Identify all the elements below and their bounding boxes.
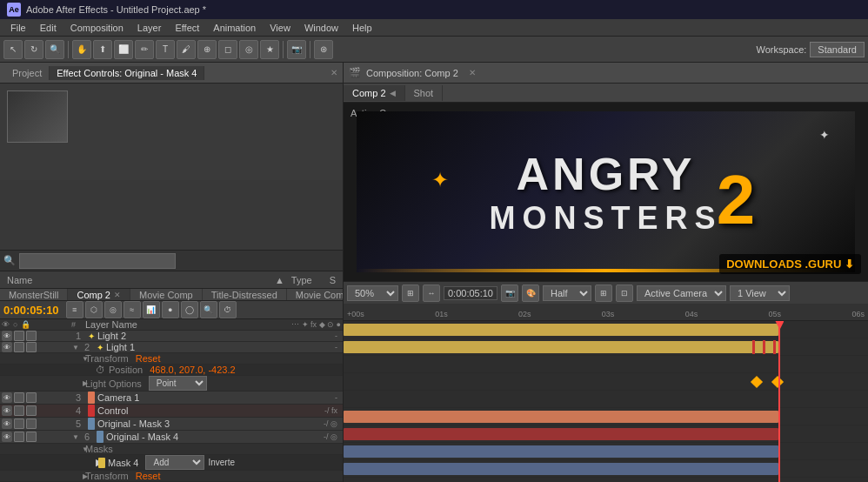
ctrl-draft[interactable]: ⬡: [85, 301, 103, 318]
menu-effect[interactable]: Effect: [168, 21, 206, 35]
menu-window[interactable]: Window: [297, 21, 345, 35]
tab-title-distressed[interactable]: Title-Distressed: [203, 289, 287, 301]
transform-reset[interactable]: Reset: [136, 353, 161, 364]
layer-5-eye[interactable]: 👁: [2, 418, 12, 429]
layer-4-solo[interactable]: [14, 405, 24, 416]
ctrl-frame-blend[interactable]: ≈: [124, 301, 141, 318]
menu-help[interactable]: Help: [345, 21, 379, 35]
layer-row-2[interactable]: 👁 ▼ 2 ✦ Light 1 -: [0, 342, 343, 353]
app-title: Adobe After Effects - Untitled Project.a…: [26, 4, 206, 15]
menu-animation[interactable]: Animation: [206, 21, 263, 35]
layer-row-1[interactable]: 👁 1 ✦ Light 2 -: [0, 331, 343, 342]
layer-4-lock[interactable]: [26, 405, 37, 416]
layer-2-eye[interactable]: 👁: [2, 342, 12, 352]
tool-pen[interactable]: ✏: [135, 40, 154, 59]
camera-view-dropdown[interactable]: Active Camera Camera 1 Front Top: [637, 285, 726, 301]
lightoptions-expand[interactable]: ▶: [71, 379, 85, 388]
tab-shot-viewer[interactable]: Shot: [405, 85, 444, 101]
tool-hand[interactable]: ✋: [72, 40, 91, 59]
tab-effect-controls[interactable]: Effect Controls: Original - Mask 4: [50, 66, 204, 80]
tool-move[interactable]: ⬆: [93, 40, 112, 59]
layer-6-transform-expand[interactable]: ▶: [71, 472, 85, 480]
menu-composition[interactable]: Composition: [63, 21, 130, 35]
layer-1-eye[interactable]: 👁: [2, 331, 12, 341]
layer-2-expand[interactable]: ▼: [71, 343, 80, 351]
menu-file[interactable]: File: [3, 21, 33, 35]
tool-clone[interactable]: ⊕: [197, 40, 217, 59]
layer-row-5[interactable]: 👁 5 Original - Mask 3 -/ ◎: [0, 418, 343, 431]
layer-5-lock[interactable]: [26, 418, 37, 429]
layer-3-lock[interactable]: [26, 392, 37, 403]
layer-6-eye[interactable]: 👁: [2, 432, 12, 442]
view-count-dropdown[interactable]: 1 View 2 Views 4 Views: [730, 285, 790, 301]
search-input[interactable]: [19, 253, 176, 269]
layer-3-solo[interactable]: [14, 392, 24, 403]
tool-zoom[interactable]: 🔍: [45, 40, 64, 59]
ctrl-render[interactable]: ≡: [66, 301, 83, 318]
tab-moviecomp[interactable]: Movie Comp: [130, 289, 203, 301]
tab-comp2-viewer-arrow[interactable]: ◀: [390, 89, 396, 97]
mask4-mode-dropdown[interactable]: Add Subtract None: [145, 455, 204, 470]
tab-comp2-viewer[interactable]: Comp 2 ◀: [344, 85, 405, 101]
layer-row-3[interactable]: 👁 3 Camera 1 -: [0, 392, 343, 405]
comp-panel-close[interactable]: ✕: [469, 68, 476, 77]
transform-expand[interactable]: ▼: [71, 354, 85, 363]
ctrl-search[interactable]: 🔍: [200, 301, 217, 318]
layer-2-lock[interactable]: [26, 342, 37, 352]
layer-6-transform-reset[interactable]: Reset: [136, 471, 161, 481]
menu-view[interactable]: View: [263, 21, 297, 35]
ctrl-clock[interactable]: ⏱: [219, 301, 237, 318]
layer-2-solo[interactable]: [14, 342, 24, 352]
viewer-snapshot[interactable]: 📷: [501, 285, 518, 302]
tool-brush[interactable]: 🖌: [177, 40, 196, 59]
layer-1-lock[interactable]: [26, 331, 37, 341]
layer-6-lock[interactable]: [26, 432, 37, 442]
ctrl-motion-blur[interactable]: ◎: [104, 301, 122, 318]
layer-1-solo[interactable]: [14, 331, 24, 341]
zoom-dropdown[interactable]: 50% 100% 25%: [347, 285, 398, 301]
layer-header-row: 👁 ○ 🔒 # Layer Name ⋯ ✦ fx ◆ ⊙ ●: [0, 319, 343, 331]
layer-4-eye[interactable]: 👁: [2, 405, 12, 416]
layer-6-expand[interactable]: ▼: [71, 432, 80, 441]
viewer-ctrl-2[interactable]: ↔: [423, 285, 440, 302]
mask4-expand[interactable]: ▶: [71, 457, 96, 468]
layer-row-4[interactable]: 👁 4 Control -/ fx: [0, 405, 343, 418]
masks-expand[interactable]: ▼: [71, 445, 85, 453]
viewer-color[interactable]: 🎨: [522, 285, 539, 302]
menu-layer[interactable]: Layer: [130, 21, 169, 35]
tab-comp2[interactable]: Comp 2 ✕: [68, 289, 130, 301]
viewer-ctrl-1[interactable]: ⊞: [402, 285, 419, 302]
tool-camera[interactable]: 📷: [287, 40, 306, 59]
masks-label: Masks: [85, 444, 113, 454]
timeline-right-area: +00s 01s 02s 03s 04s 05s 06s: [344, 304, 868, 482]
tab-project[interactable]: Project: [5, 66, 50, 80]
sort-icon[interactable]: ▲: [275, 275, 284, 285]
lightoptions-type-dropdown[interactable]: Point Spot Ambient: [149, 376, 207, 391]
playhead[interactable]: [778, 321, 780, 482]
tool-select[interactable]: ↖: [3, 40, 23, 59]
layer-row-6[interactable]: 👁 ▼ 6 Original - Mask 4 -/ ◎: [0, 431, 343, 444]
workspace-button[interactable]: Standard: [810, 42, 865, 57]
ctrl-graph[interactable]: 📊: [143, 301, 160, 318]
layer-5-solo[interactable]: [14, 418, 24, 429]
panel-close-icon[interactable]: ✕: [331, 68, 337, 77]
keyframe-diamond-1: [751, 376, 763, 388]
tab-comp2-close[interactable]: ✕: [114, 291, 121, 299]
tool-puppet[interactable]: ★: [260, 40, 279, 59]
viewer-grid[interactable]: ⊞: [595, 285, 612, 302]
menu-edit[interactable]: Edit: [33, 21, 63, 35]
ctrl-solo[interactable]: ●: [162, 301, 179, 318]
tool-mask[interactable]: ⬜: [114, 40, 133, 59]
tool-roto[interactable]: ◎: [239, 40, 258, 59]
layer-3-eye[interactable]: 👁: [2, 392, 12, 403]
tool-anchor[interactable]: ⊛: [314, 40, 333, 59]
tool-eraser[interactable]: ◻: [218, 40, 237, 59]
ctrl-mask[interactable]: ◯: [181, 301, 198, 318]
quality-dropdown[interactable]: Half Full Third: [543, 285, 591, 301]
tool-text[interactable]: T: [156, 40, 175, 59]
viewer-prop[interactable]: ⊡: [616, 285, 633, 302]
tab-monsterstill[interactable]: MonsterStill: [0, 289, 68, 301]
tool-rotate[interactable]: ↻: [24, 40, 43, 59]
layer-6-solo[interactable]: [14, 432, 24, 442]
tab-moviecomp2[interactable]: Movie Comp 2: [287, 289, 343, 301]
